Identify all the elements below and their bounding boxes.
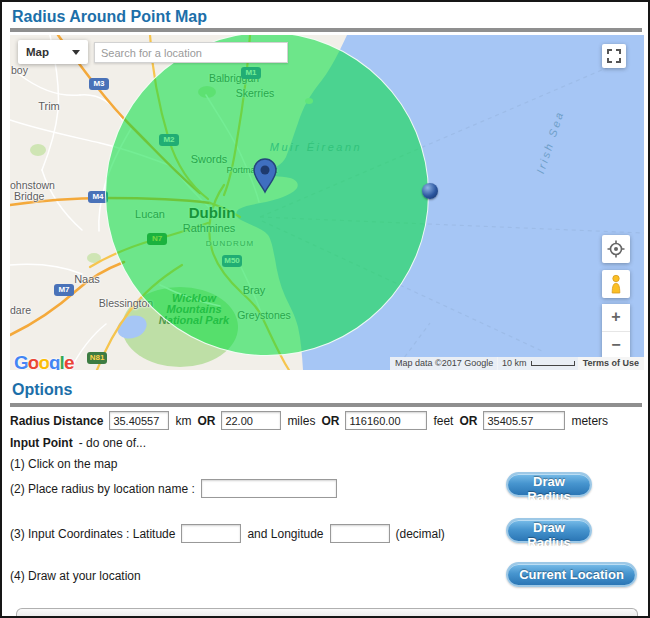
map-type-dropdown[interactable]: Map [18, 40, 88, 64]
map-label-boy: boy [11, 64, 28, 76]
input-point-row: Input Point - do one of... [10, 436, 146, 450]
step-3-label: (3) Input Coordinates : Latitude [10, 527, 175, 541]
map-attribution: Map data ©2017 Google [390, 357, 498, 370]
km-unit-label: km [175, 414, 191, 428]
input-point-suffix: - do one of... [79, 436, 146, 450]
or-label: OR [321, 414, 339, 428]
scale-bar [531, 361, 575, 366]
step-3-row: (3) Input Coordinates : Latitude and Lon… [10, 524, 445, 543]
map-label-irish-sea: Irish Sea [534, 109, 566, 175]
search-input[interactable] [94, 42, 288, 63]
draw-radius-button-coordinates[interactable]: Draw Radius [506, 518, 592, 543]
google-logo-letter: G [14, 352, 28, 370]
pegman-icon [607, 274, 625, 294]
my-location-button[interactable] [602, 235, 630, 263]
step-4-label: (4) Draw at your location [10, 569, 141, 583]
step-1-label: (1) Click on the map [10, 457, 117, 471]
radius-distance-row: Radius Distance km OR miles OR feet OR m… [10, 411, 608, 430]
current-location-button[interactable]: Current Location [506, 562, 637, 587]
step-4-row: (4) Draw at your location [10, 569, 141, 583]
step-2-row: (2) Place radius by location name : [10, 479, 337, 498]
radius-distance-label: Radius Distance [10, 414, 103, 428]
step-3-decimal-label: (decimal) [396, 527, 445, 541]
terms-of-use-link[interactable]: Terms of Use [578, 357, 644, 370]
my-location-icon [607, 240, 625, 258]
options-heading: Options [12, 381, 72, 399]
radius-circle-overlay[interactable] [105, 35, 429, 356]
map-type-label: Map [26, 46, 49, 58]
radius-miles-input[interactable] [221, 411, 281, 430]
road-badge-m3: M3 [89, 78, 109, 90]
title-divider [10, 28, 642, 32]
pegman-button[interactable] [602, 270, 630, 298]
road-badge-n81: N81 [87, 352, 107, 364]
radius-km-input[interactable] [109, 411, 169, 430]
google-logo-letter: g [49, 352, 60, 370]
latitude-input[interactable] [181, 524, 241, 543]
or-label: OR [459, 414, 477, 428]
road-badge-m7: M7 [54, 284, 74, 296]
map-label-dare: dare [10, 304, 31, 316]
map-label-bridge: Bridge [14, 190, 44, 202]
draw-radius-button-location[interactable]: Draw Radius [506, 472, 592, 497]
zoom-control: + − [602, 304, 630, 358]
google-logo-letter: o [28, 352, 39, 370]
radius-feet-input[interactable] [345, 411, 427, 430]
options-divider [10, 403, 642, 407]
location-name-input[interactable] [201, 479, 337, 498]
step-2-label: (2) Place radius by location name : [10, 482, 195, 496]
map-label-naas: Naas [74, 273, 100, 285]
collapsed-section-bar[interactable] [16, 608, 638, 618]
meters-unit-label: meters [571, 414, 608, 428]
page: Radius Around Point Map [0, 0, 650, 618]
map-label-trim: Trim [38, 100, 60, 112]
step-1-row: (1) Click on the map [10, 457, 117, 471]
fullscreen-icon [607, 49, 621, 63]
zoom-in-button[interactable]: + [602, 304, 630, 332]
miles-unit-label: miles [287, 414, 315, 428]
google-logo-letter: o [38, 352, 49, 370]
step-3-and-label: and Longitude [247, 527, 323, 541]
page-title: Radius Around Point Map [12, 8, 207, 26]
longitude-input[interactable] [330, 524, 390, 543]
input-point-label: Input Point [10, 436, 73, 450]
map-scale: 10 km [497, 357, 580, 370]
map-canvas[interactable]: boyTrimohnstownBridgeLucanNaasBlessingto… [10, 35, 644, 370]
map-pin-icon[interactable] [252, 158, 278, 194]
radius-drag-handle-icon[interactable] [422, 183, 438, 199]
google-logo-letter: e [64, 352, 74, 370]
fullscreen-button[interactable] [602, 44, 626, 68]
scale-label: 10 km [502, 357, 527, 370]
google-logo[interactable]: Google [14, 352, 73, 370]
or-label: OR [197, 414, 215, 428]
feet-unit-label: feet [433, 414, 453, 428]
chevron-down-icon [72, 50, 80, 55]
zoom-out-button[interactable]: − [602, 332, 630, 359]
radius-meters-input[interactable] [483, 411, 565, 430]
